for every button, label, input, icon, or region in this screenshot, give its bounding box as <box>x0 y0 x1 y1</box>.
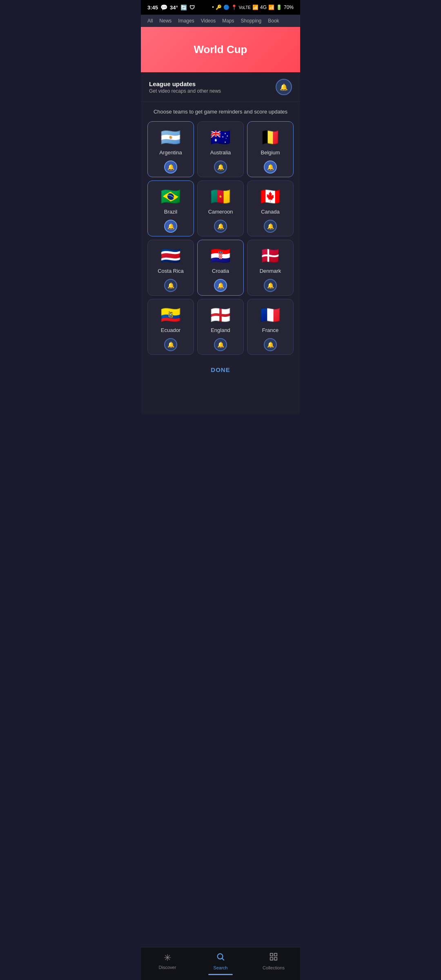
status-bar-left: 3:45 💬 34° 🔄 🛡 <box>147 4 195 11</box>
bell-add-icon-ecuador: 🔔 <box>167 341 174 348</box>
team-name-australia: Australia <box>210 149 231 156</box>
bell-add-icon-england: 🔔 <box>217 341 224 348</box>
whatsapp-icon: 💬 <box>160 4 167 11</box>
dot-icon: • <box>212 4 214 10</box>
tab-all[interactable]: All <box>146 17 154 24</box>
wifi-icon: 📶 <box>252 4 258 10</box>
team-name-brazil: Brazil <box>164 209 178 215</box>
bell-icon-argentina: 🔔 <box>167 164 174 170</box>
teams-subtitle: Choose teams to get game reminders and s… <box>147 109 294 115</box>
hero-title: World Cup <box>149 43 292 56</box>
team-name-france: France <box>262 327 278 333</box>
done-section: DONE <box>141 358 300 382</box>
team-bell-ecuador[interactable]: 🔔 <box>164 338 177 351</box>
league-updates-section: League updates Get video recaps and othe… <box>141 72 300 102</box>
volte-icon: VoLTE <box>239 5 251 10</box>
flag-australia: 🇦🇺 <box>207 128 234 146</box>
team-bell-canada[interactable]: 🔔 <box>264 220 277 233</box>
team-name-canada: Canada <box>261 209 280 215</box>
team-bell-australia[interactable]: 🔔 <box>214 160 227 174</box>
team-card-france[interactable]: 🇫🇷 France 🔔 <box>247 299 294 355</box>
network-icon: 4G <box>260 4 267 10</box>
done-button[interactable]: DONE <box>211 366 230 373</box>
flag-france: 🇫🇷 <box>257 306 283 324</box>
shield-icon: 🛡 <box>189 4 195 11</box>
flag-brazil: 🇧🇷 <box>158 187 184 205</box>
tab-bar: All News Images Videos Maps Shopping Boo… <box>141 15 300 27</box>
teams-grid: 🇦🇷 Argentina 🔔 🇦🇺 Australia 🔔 🇧🇪 Belgium <box>147 121 294 358</box>
hero-banner: World Cup <box>141 27 300 72</box>
flag-argentina: 🇦🇷 <box>158 128 184 146</box>
bell-add-icon-australia: 🔔 <box>217 164 224 170</box>
team-card-australia[interactable]: 🇦🇺 Australia 🔔 <box>197 121 244 177</box>
team-bell-costa-rica[interactable]: 🔔 <box>164 279 177 292</box>
tab-maps[interactable]: Maps <box>220 17 236 24</box>
team-bell-croatia[interactable]: 🔔 <box>214 279 227 292</box>
flag-ecuador: 🇪🇨 <box>158 306 184 324</box>
tab-books[interactable]: Book <box>266 17 281 24</box>
tab-news[interactable]: News <box>158 17 173 24</box>
spacer <box>141 382 300 414</box>
team-name-croatia: Croatia <box>212 268 229 274</box>
battery-pct: 70% <box>284 4 294 10</box>
tab-videos[interactable]: Videos <box>199 17 217 24</box>
league-updates-title: League updates <box>149 80 221 87</box>
team-bell-belgium[interactable]: 🔔 <box>264 160 277 174</box>
flag-belgium: 🇧🇪 <box>257 128 283 146</box>
flag-denmark: 🇩🇰 <box>257 247 283 265</box>
team-card-england[interactable]: 🏴󠁧󠁢󠁥󠁮󠁧󠁿 England 🔔 <box>197 299 244 355</box>
team-card-belgium[interactable]: 🇧🇪 Belgium 🔔 <box>247 121 294 177</box>
team-card-ecuador[interactable]: 🇪🇨 Ecuador 🔔 <box>147 299 194 355</box>
flag-croatia: 🇭🇷 <box>207 247 234 265</box>
bluetooth-icon: 🔵 <box>223 4 229 10</box>
bell-add-icon-france: 🔔 <box>267 341 274 348</box>
flag-costa-rica: 🇨🇷 <box>158 247 184 265</box>
team-name-cameroon: Cameroon <box>208 209 233 215</box>
team-card-brazil[interactable]: 🇧🇷 Brazil 🔔 <box>147 180 194 236</box>
team-bell-france[interactable]: 🔔 <box>264 338 277 351</box>
team-name-england: England <box>211 327 230 333</box>
team-name-ecuador: Ecuador <box>161 327 180 333</box>
bell-add-icon-costa-rica: 🔔 <box>167 282 174 289</box>
team-bell-argentina[interactable]: 🔔 <box>164 160 177 174</box>
team-card-argentina[interactable]: 🇦🇷 Argentina 🔔 <box>147 121 194 177</box>
team-card-canada[interactable]: 🇨🇦 Canada 🔔 <box>247 180 294 236</box>
fan-icon: 🔄 <box>180 4 187 11</box>
status-bar-right: • 🔑 🔵 📍 VoLTE 📶 4G 📶 🔋 70% <box>212 4 294 10</box>
team-card-cameroon[interactable]: 🇨🇲 Cameroon 🔔 <box>197 180 244 236</box>
league-updates-text: League updates Get video recaps and othe… <box>149 80 221 94</box>
temperature: 34° <box>170 4 178 11</box>
league-notification-button[interactable]: 🔔 <box>276 79 292 95</box>
key-icon: 🔑 <box>216 4 222 10</box>
bell-add-icon-denmark: 🔔 <box>267 282 274 289</box>
team-bell-cameroon[interactable]: 🔔 <box>214 220 227 233</box>
league-updates-subtitle: Get video recaps and other news <box>149 88 221 94</box>
time: 3:45 <box>147 4 158 11</box>
team-name-denmark: Denmark <box>260 268 281 274</box>
bell-icon-belgium: 🔔 <box>267 164 274 170</box>
team-card-denmark[interactable]: 🇩🇰 Denmark 🔔 <box>247 240 294 296</box>
bell-icon-croatia: 🔔 <box>217 282 224 289</box>
team-name-costa-rica: Costa Rica <box>158 268 184 274</box>
flag-cameroon: 🇨🇲 <box>207 187 234 205</box>
team-bell-brazil[interactable]: 🔔 <box>164 220 177 233</box>
signal-icon: 📶 <box>268 4 274 10</box>
flag-england: 🏴󠁧󠁢󠁥󠁮󠁧󠁿 <box>207 306 234 324</box>
bell-add-icon-cameroon: 🔔 <box>217 223 224 229</box>
bell-add-icon-canada: 🔔 <box>267 223 274 229</box>
tab-images[interactable]: Images <box>176 17 196 24</box>
teams-section: Choose teams to get game reminders and s… <box>141 102 300 358</box>
team-card-costa-rica[interactable]: 🇨🇷 Costa Rica 🔔 <box>147 240 194 296</box>
main-content: League updates Get video recaps and othe… <box>141 72 300 414</box>
status-bar: 3:45 💬 34° 🔄 🛡 • 🔑 🔵 📍 VoLTE 📶 4G 📶 🔋 70… <box>141 0 300 15</box>
team-name-argentina: Argentina <box>159 149 182 156</box>
location-icon: 📍 <box>231 4 237 10</box>
flag-canada: 🇨🇦 <box>257 187 283 205</box>
team-card-croatia[interactable]: 🇭🇷 Croatia 🔔 <box>197 240 244 296</box>
team-name-belgium: Belgium <box>261 149 280 156</box>
team-bell-denmark[interactable]: 🔔 <box>264 279 277 292</box>
tab-shopping[interactable]: Shopping <box>239 17 263 24</box>
battery-icon: 🔋 <box>276 4 282 10</box>
bell-icon-brazil: 🔔 <box>167 223 174 229</box>
team-bell-england[interactable]: 🔔 <box>214 338 227 351</box>
